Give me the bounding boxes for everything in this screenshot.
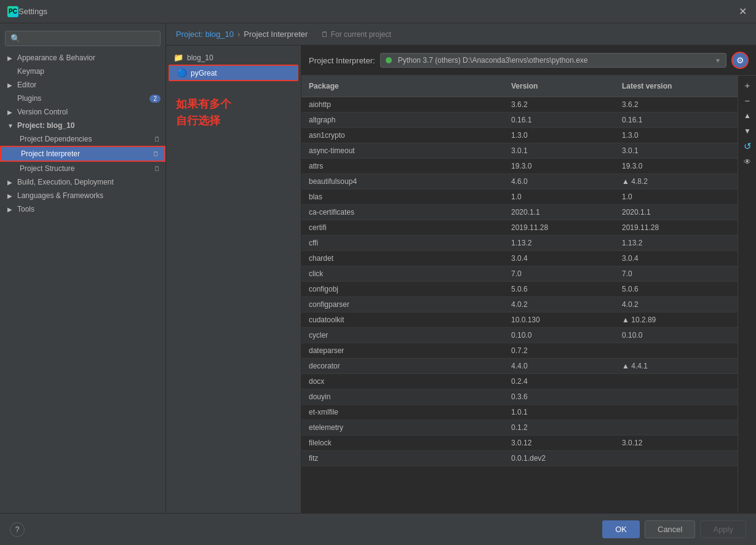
- table-actions: + − ▲ ▼ ↺ 👁: [738, 76, 756, 513]
- sidebar-item-label: Project Interpreter: [21, 149, 80, 158]
- search-input[interactable]: [23, 34, 155, 43]
- table-row[interactable]: fitz0.0.1.dev2: [301, 451, 738, 466]
- table-row[interactable]: chardet3.0.43.0.4: [301, 251, 738, 266]
- help-button[interactable]: ?: [10, 522, 25, 537]
- table-row[interactable]: decorator4.4.0▲ 4.4.1: [301, 359, 738, 374]
- table-row[interactable]: certifi2019.11.282019.11.28: [301, 220, 738, 236]
- sidebar-item-label: Project Dependencies: [20, 135, 92, 143]
- sidebar-item-tools[interactable]: ▶ Tools: [0, 202, 165, 216]
- sidebar-item-project-dependencies[interactable]: Project Dependencies 🗒: [0, 132, 165, 146]
- chevron-down-icon: ▼: [715, 57, 721, 64]
- remove-package-button[interactable]: −: [741, 93, 754, 107]
- package-version: 0.7.2: [504, 343, 615, 358]
- package-version: 0.16.1: [504, 113, 615, 127]
- package-version: 2019.11.28: [504, 220, 615, 235]
- interpreter-header: Project Interpreter: Python 3.7 (others)…: [301, 46, 756, 76]
- tree-item-blog10[interactable]: 📁 blog_10: [166, 50, 301, 65]
- table-row[interactable]: altgraph0.16.10.16.1: [301, 113, 738, 128]
- table-row[interactable]: cudatoolkit10.0.130▲ 10.2.89: [301, 312, 738, 328]
- scroll-down-button[interactable]: ▼: [741, 124, 754, 138]
- table-row[interactable]: cycler0.10.00.10.0: [301, 328, 738, 343]
- breadcrumb-current: Project Interpreter: [244, 30, 308, 39]
- package-name: configparser: [301, 297, 504, 312]
- tree-item-pygreat[interactable]: 🔵 pyGreat: [169, 65, 298, 81]
- table-row[interactable]: et-xmlfile1.0.1: [301, 405, 738, 420]
- package-version: 1.0.1: [504, 405, 615, 420]
- package-version: 1.13.2: [504, 236, 615, 250]
- table-row[interactable]: configparser4.0.24.0.2: [301, 297, 738, 312]
- collapse-arrow-icon: ▶: [7, 109, 15, 116]
- gear-button[interactable]: ⚙: [731, 52, 749, 69]
- package-version: 0.3.6: [504, 389, 615, 404]
- package-version: 0.1.2: [504, 420, 615, 435]
- table-row[interactable]: asn1crypto1.3.01.3.0: [301, 128, 738, 143]
- eye-button[interactable]: 👁: [741, 155, 754, 169]
- scroll-up-button[interactable]: ▲: [741, 109, 754, 122]
- package-version: 1.0: [504, 189, 615, 204]
- breadcrumb-project-link[interactable]: Project: blog_10: [176, 30, 234, 39]
- package-version: 1.3.0: [504, 128, 615, 143]
- sidebar-item-label: Keymap: [17, 67, 44, 76]
- sidebar-item-label: Build, Execution, Deployment: [17, 178, 114, 186]
- sidebar-item-project[interactable]: ▼ Project: blog_10: [0, 119, 165, 132]
- table-row[interactable]: filelock3.0.123.0.12: [301, 436, 738, 451]
- sidebar-item-plugins[interactable]: Plugins 2: [0, 92, 165, 105]
- sidebar-item-project-structure[interactable]: Project Structure 🗒: [0, 162, 165, 175]
- table-row[interactable]: attrs19.3.019.3.0: [301, 159, 738, 174]
- table-row[interactable]: docx0.2.4: [301, 374, 738, 389]
- package-table: Package Version Latest version aiohttp3.…: [301, 76, 738, 513]
- package-latest: 3.6.2: [615, 97, 738, 112]
- package-name: attrs: [301, 159, 504, 173]
- sidebar-item-project-interpreter[interactable]: Project Interpreter 🗒: [0, 146, 165, 162]
- package-table-body: aiohttp3.6.23.6.2altgraph0.16.10.16.1asn…: [301, 97, 738, 513]
- package-name: douyin: [301, 389, 504, 404]
- sidebar-item-label: Plugins: [17, 94, 41, 103]
- table-row[interactable]: configobj5.0.65.0.6: [301, 282, 738, 297]
- package-version: 7.0: [504, 266, 615, 281]
- table-row[interactable]: aiohttp3.6.23.6.2: [301, 97, 738, 113]
- table-row[interactable]: click7.07.0: [301, 266, 738, 282]
- interpreter-dropdown[interactable]: Python 3.7 (others) D:\Anaconda3\envs\ot…: [380, 53, 726, 68]
- package-latest: 0.16.1: [615, 113, 738, 127]
- sidebar-item-version-control[interactable]: ▶ Version Control: [0, 105, 165, 119]
- expand-arrow-icon: ▼: [7, 122, 15, 129]
- table-row[interactable]: etelemetry0.1.2: [301, 420, 738, 436]
- package-name: etelemetry: [301, 420, 504, 435]
- ok-button[interactable]: OK: [602, 520, 640, 538]
- package-version: 2020.1.1: [504, 205, 615, 220]
- sidebar-item-editor[interactable]: ▶ Editor: [0, 78, 165, 92]
- package-version: 19.3.0: [504, 159, 615, 173]
- package-version: 0.10.0: [504, 328, 615, 343]
- add-package-button[interactable]: +: [741, 78, 754, 92]
- close-button[interactable]: ✕: [736, 6, 749, 17]
- table-row[interactable]: blas1.01.0: [301, 189, 738, 205]
- annotation-text: 如果有多个自行选择: [166, 81, 301, 144]
- table-row[interactable]: ca-certificates2020.1.12020.1.1: [301, 205, 738, 220]
- package-name: beautifulsoup4: [301, 174, 504, 189]
- collapse-arrow-icon: ▶: [7, 179, 15, 186]
- refresh-button[interactable]: ↺: [741, 140, 754, 153]
- table-row[interactable]: beautifulsoup44.6.0▲ 4.8.2: [301, 174, 738, 189]
- table-row[interactable]: douyin0.3.6: [301, 389, 738, 405]
- sidebar-item-keymap[interactable]: Keymap: [0, 65, 165, 78]
- spacer: [7, 68, 15, 75]
- table-row[interactable]: dateparser0.7.2: [301, 343, 738, 359]
- search-icon: 🔍: [10, 34, 20, 43]
- package-name: cycler: [301, 328, 504, 343]
- sidebar-item-build[interactable]: ▶ Build, Execution, Deployment: [0, 175, 165, 189]
- col-latest: Latest version: [615, 79, 738, 93]
- package-name: click: [301, 266, 504, 281]
- collapse-arrow-icon: ▶: [7, 193, 15, 199]
- apply-button[interactable]: Apply: [700, 520, 746, 538]
- sidebar-item-label: Editor: [17, 81, 36, 89]
- sidebar-item-appearance[interactable]: ▶ Appearance & Behavior: [0, 51, 165, 65]
- table-row[interactable]: async-timeout3.0.13.0.1: [301, 143, 738, 159]
- package-version: 4.0.2: [504, 297, 615, 312]
- cancel-button[interactable]: Cancel: [645, 520, 695, 538]
- package-latest: 3.0.1: [615, 143, 738, 158]
- sidebar-item-languages[interactable]: ▶ Languages & Frameworks: [0, 189, 165, 202]
- package-latest: 1.13.2: [615, 236, 738, 250]
- table-row[interactable]: cffi1.13.21.13.2: [301, 236, 738, 251]
- bottom-buttons: OK Cancel Apply: [602, 520, 746, 538]
- search-box[interactable]: 🔍: [5, 31, 161, 46]
